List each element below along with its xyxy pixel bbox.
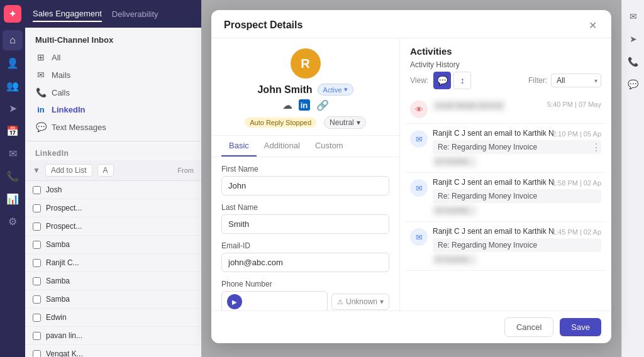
right-send-icon[interactable]: ➤ <box>625 30 642 48</box>
list-item[interactable]: Ranjit C... <box>25 254 201 272</box>
tab-sales-engagement[interactable]: Sales Engagement <box>33 6 102 22</box>
cancel-button[interactable]: Cancel <box>504 317 553 337</box>
row-checkbox[interactable] <box>33 350 41 358</box>
channel-mails[interactable]: ✉ Mails <box>25 66 201 84</box>
list-item[interactable]: Prospect... <box>25 217 201 236</box>
row-checkbox[interactable] <box>33 295 41 304</box>
activities-title: Activities <box>400 38 611 60</box>
activity-email-icon: ✉ <box>410 179 428 197</box>
nav-contacts[interactable]: 👤 <box>3 53 23 73</box>
row-checkbox[interactable] <box>33 314 41 322</box>
action-a-btn[interactable]: A <box>97 164 114 177</box>
nav-send[interactable]: ➤ <box>3 98 23 118</box>
list-item[interactable]: Josh <box>25 181 201 199</box>
row-checkbox[interactable] <box>33 332 41 340</box>
activity-time: 2:10 PM | 05 Ap <box>552 130 601 138</box>
row-from: Prospect... <box>46 222 82 231</box>
form-area: First Name Last Name Email-ID Phone <box>211 157 399 310</box>
view-chat-btn[interactable]: 💬 <box>433 72 451 89</box>
close-icon[interactable]: ✕ <box>586 19 599 31</box>
view-timeline-btn[interactable]: ↕ <box>453 72 471 89</box>
app-logo: ✦ <box>4 5 21 23</box>
profile-icons: ☁ in 🔗 <box>282 99 329 111</box>
right-chat-icon[interactable]: 💬 <box>625 75 642 93</box>
prospect-details-modal: Prospect Details ✕ R John Smith Active ▾ <box>211 10 611 343</box>
phone-dial-btn[interactable]: ▶ <box>227 294 242 309</box>
nav-home[interactable]: ⌂ <box>3 30 23 50</box>
phone-group: Phone Number ▶ ⚠ Unknown ▾ <box>221 280 389 310</box>
phone-input[interactable] <box>246 297 322 306</box>
phone-row: ▶ ⚠ Unknown ▾ <box>221 291 389 310</box>
tab-basic[interactable]: Basic <box>221 136 257 157</box>
right-phone-icon[interactable]: 📞 <box>625 53 642 70</box>
first-name-input[interactable] <box>221 176 389 195</box>
activity-email-icon: ✉ <box>410 130 428 148</box>
row-from: Josh <box>46 185 62 194</box>
phone-unknown-label: Unknown <box>346 297 377 306</box>
right-icon-bar: ✉ ➤ 📞 💬 <box>621 0 644 357</box>
right-mail-icon[interactable]: ✉ <box>625 8 642 25</box>
filter-label: Filter: <box>528 76 547 85</box>
activity-preview: Hi Karthik... <box>433 156 477 167</box>
list-item[interactable]: Samba <box>25 290 201 309</box>
filter-select[interactable]: All Emails Calls LinkedIn <box>551 74 601 87</box>
list-header: ▼ Add to List A From <box>25 160 201 181</box>
status-badge[interactable]: Active ▾ <box>318 84 353 96</box>
last-name-group: Last Name <box>221 203 389 234</box>
filter-icon[interactable]: ▼ <box>33 166 40 175</box>
add-to-list-btn[interactable]: Add to List <box>45 164 92 177</box>
channel-text-messages[interactable]: 💬 Text Messages <box>25 118 201 136</box>
cloud-icon[interactable]: ☁ <box>282 99 292 111</box>
row-checkbox[interactable] <box>33 277 41 285</box>
activity-item[interactable]: ✉ Ranjit C J sent an email to Karthik N … <box>405 124 606 173</box>
more-options-icon[interactable]: ⋮ <box>591 141 601 153</box>
list-item[interactable]: Edwin <box>25 309 201 327</box>
linkedin-profile-icon[interactable]: in <box>299 99 310 111</box>
tab-deliverability[interactable]: Deliverability <box>112 7 158 21</box>
list-item[interactable]: Samba <box>25 272 201 290</box>
row-checkbox[interactable] <box>33 222 41 231</box>
row-from: pavan lin... <box>46 331 82 340</box>
link-icon[interactable]: 🔗 <box>316 99 329 111</box>
row-from: Edwin <box>46 313 67 322</box>
save-button[interactable]: Save <box>560 318 601 336</box>
channel-all[interactable]: ⊞ All <box>25 48 201 66</box>
nav-settings[interactable]: ⚙ <box>3 211 23 231</box>
sentiment-dropdown[interactable]: Neutral ▾ <box>324 116 366 129</box>
tab-custom[interactable]: Custom <box>308 136 351 157</box>
email-input[interactable] <box>221 253 389 272</box>
list-item[interactable]: Samba <box>25 236 201 254</box>
row-checkbox[interactable] <box>33 241 41 249</box>
activity-item[interactable]: ✉ Ranjit C J sent an email to Karthik N … <box>405 173 606 222</box>
channel-linkedin[interactable]: in LinkedIn <box>25 101 201 118</box>
modal-body: R John Smith Active ▾ ☁ in 🔗 <box>211 38 611 310</box>
list-item[interactable]: Prospect... <box>25 199 201 217</box>
modal-overlay: Prospect Details ✕ R John Smith Active ▾ <box>201 0 621 357</box>
nav-mail[interactable]: ✉ <box>3 143 23 163</box>
list-item[interactable]: pavan lin... <box>25 327 201 345</box>
row-checkbox[interactable] <box>33 186 41 194</box>
nav-calendar[interactable]: 📅 <box>3 121 23 141</box>
channel-text-label: Text Messages <box>52 123 106 132</box>
nav-chart[interactable]: 📊 <box>3 189 23 209</box>
activity-preview: Hi Karthik... <box>433 254 477 265</box>
nav-phone[interactable]: 📞 <box>3 166 23 186</box>
main-content: Prospect Details ✕ R John Smith Active ▾ <box>201 0 621 357</box>
channel-calls[interactable]: 📞 Calls <box>25 84 201 101</box>
row-from: Samba <box>46 277 70 285</box>
phone-unknown-dropdown[interactable]: ⚠ Unknown ▾ <box>331 294 389 310</box>
activity-item[interactable]: ✉ Ranjit C J sent an email to Karthik N … <box>405 222 606 271</box>
nav-people[interactable]: 👥 <box>3 75 23 96</box>
activity-subject: Re: Regarding Money Invoice <box>433 189 601 203</box>
activity-item[interactable]: 👁 email details blurred 5:40 PM | 07 May <box>405 94 606 124</box>
modal-header: Prospect Details ✕ <box>211 10 611 38</box>
view-icons: 💬 ↕ <box>433 72 471 89</box>
activity-subject: Re: Regarding Money Invoice <box>433 238 601 252</box>
activity-filter-row: View: 💬 ↕ Filter: All Emails Cal <box>400 72 611 94</box>
tab-additional[interactable]: Additional <box>257 136 308 157</box>
list-item[interactable]: Vengat K... <box>25 345 201 357</box>
activity-preview: Hi Karthik... <box>433 205 477 216</box>
row-checkbox[interactable] <box>33 204 41 212</box>
last-name-input[interactable] <box>221 214 389 234</box>
row-checkbox[interactable] <box>33 259 41 267</box>
